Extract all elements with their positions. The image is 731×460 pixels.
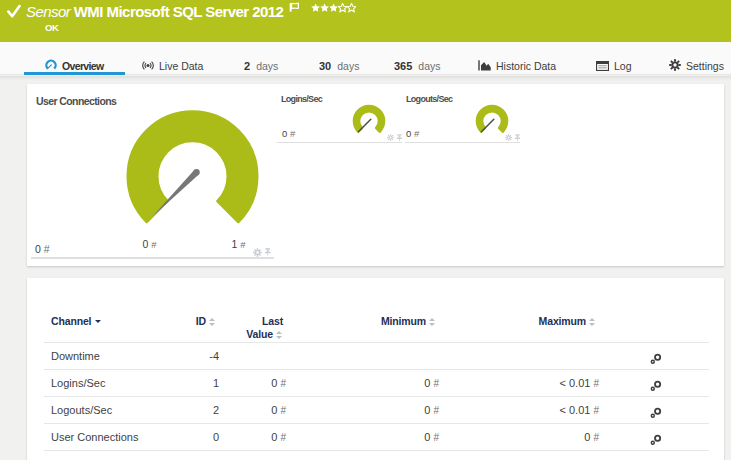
star-icon[interactable]: [320, 3, 329, 13]
priority-rating[interactable]: [311, 3, 357, 13]
star-icon[interactable]: [311, 3, 320, 13]
status-check-icon: [7, 4, 22, 19]
column-header-maximum[interactable]: Maximum: [439, 309, 599, 343]
cell-minimum: 0 #: [286, 370, 439, 397]
gauge-icon: [45, 59, 57, 71]
table-row[interactable]: Downtime -4: [44, 343, 709, 370]
column-header-last-value[interactable]: LastValue: [219, 309, 286, 343]
cell-unit: #: [433, 378, 439, 389]
tile2-gauge: [474, 104, 510, 138]
scale-min-unit: #: [151, 239, 156, 250]
historic-data-icon: [478, 60, 491, 71]
cell-settings[interactable]: [599, 370, 709, 397]
flag-icon[interactable]: [289, 2, 300, 14]
channel-settings-icon[interactable]: [647, 401, 665, 419]
value-unit: #: [44, 243, 50, 255]
cell-number: 0: [424, 404, 430, 416]
cell-id: -4: [174, 343, 219, 370]
tab-historic-data-label: Historic Data: [496, 60, 556, 72]
active-tab-indicator: [24, 72, 125, 75]
cell-unit: #: [593, 378, 599, 389]
cell-unit: #: [280, 405, 286, 416]
gauges-panel: User Connections 0 # 1 # 0 #: [27, 84, 724, 266]
live-data-icon: [142, 60, 154, 71]
cell-number: 0: [271, 404, 277, 416]
tile1-title: Logins/Sec: [281, 94, 322, 104]
cell-channel[interactable]: Downtime: [44, 343, 174, 370]
tab-365-days[interactable]: 365 days: [394, 42, 441, 75]
main-gauge-value: 0 #: [35, 243, 50, 255]
channel-settings-icon[interactable]: [647, 428, 665, 446]
cell-id: 0: [174, 424, 219, 451]
table-row[interactable]: Logouts/Sec 2 0 # 0 # < 0.01 #: [44, 397, 709, 424]
column-label: Channel: [51, 315, 91, 327]
cell-channel[interactable]: User Connections: [44, 424, 174, 451]
tab-settings[interactable]: Settings: [669, 42, 724, 75]
gauge-pin-icon[interactable]: [265, 248, 271, 257]
star-icon[interactable]: [347, 3, 356, 13]
title-line: SensorWMI Microsoft SQL Server 2012: [26, 3, 283, 23]
cell-settings[interactable]: [599, 424, 709, 451]
column-header-channel[interactable]: Channel: [44, 309, 174, 343]
tile1-settings-icon[interactable]: [387, 134, 394, 141]
cell-maximum: 0 #: [439, 424, 599, 451]
sort-icon: [209, 318, 216, 326]
cell-number: 0: [424, 377, 430, 389]
cell-maximum: < 0.01 #: [439, 370, 599, 397]
column-label: Maximum: [539, 315, 586, 327]
tab-overview[interactable]: Overview: [45, 42, 104, 75]
channel-settings-icon[interactable]: [647, 374, 665, 392]
sort-icon: [429, 318, 436, 326]
tab-live-data-label: Live Data: [159, 60, 203, 72]
column-label: ID: [196, 315, 206, 327]
tab-live-data[interactable]: Live Data: [142, 42, 203, 75]
page-title: WMI Microsoft SQL Server 2012: [74, 3, 284, 20]
cell-number: 0: [271, 431, 277, 443]
tile2-settings-icon[interactable]: [505, 134, 512, 141]
cell-last-value: 0 #: [219, 424, 286, 451]
sort-desc-icon: [95, 320, 101, 323]
tab-bar: Overview Live Data 2 days 30 days 365 da…: [0, 42, 731, 75]
table-row[interactable]: Logins/Sec 1 0 # 0 # < 0.01 #: [44, 370, 709, 397]
table-row[interactable]: User Connections 0 0 # 0 # 0 #: [44, 424, 709, 451]
tab-log[interactable]: Log: [596, 42, 632, 75]
status-badge: OK: [45, 22, 58, 33]
cell-id: 2: [174, 397, 219, 424]
channels-panel: Channel ID LastValue Minimum Maximum Dow…: [27, 278, 724, 460]
column-label: Value: [246, 328, 273, 340]
tab-historic-data[interactable]: Historic Data: [478, 42, 556, 75]
tab-settings-label: Settings: [686, 60, 724, 72]
cell-minimum: 0 #: [286, 424, 439, 451]
cell-number: < 0.01: [559, 404, 590, 416]
column-label: Minimum: [381, 315, 426, 327]
cell-number: < 0.01: [559, 377, 590, 389]
cell-minimum: 0 #: [286, 397, 439, 424]
channels-table: Channel ID LastValue Minimum Maximum Dow…: [44, 309, 709, 452]
tab-365-days-number: 365: [394, 60, 412, 72]
tile1-pin-icon[interactable]: [397, 134, 402, 142]
channel-settings-icon[interactable]: [647, 347, 665, 365]
main-gauge: [118, 107, 259, 238]
cell-settings[interactable]: [599, 397, 709, 424]
tab-30-days[interactable]: 30 days: [319, 42, 359, 75]
cell-channel[interactable]: Logins/Sec: [44, 370, 174, 397]
content-area: User Connections 0 # 1 # 0 #: [0, 76, 731, 460]
cell-id: 1: [174, 370, 219, 397]
column-header-settings: [599, 309, 709, 343]
tab-2-days[interactable]: 2 days: [244, 42, 278, 75]
cell-settings[interactable]: [599, 343, 709, 370]
tile2-pin-icon[interactable]: [515, 134, 520, 142]
cell-number: 0: [584, 431, 590, 443]
column-header-id[interactable]: ID: [174, 309, 219, 343]
column-header-minimum[interactable]: Minimum: [286, 309, 439, 343]
main-gauge-title: User Connections: [36, 95, 116, 107]
star-icon[interactable]: [338, 3, 347, 13]
tab-30-days-unit: days: [337, 60, 359, 72]
tile2-value: 0 #: [406, 128, 419, 139]
gauge-settings-icon[interactable]: [253, 248, 262, 257]
cell-last-value: 0 #: [219, 397, 286, 424]
tab-365-days-unit: days: [418, 60, 440, 72]
star-icon[interactable]: [329, 3, 338, 13]
tile1-underline: [277, 142, 402, 144]
cell-channel[interactable]: Logouts/Sec: [44, 397, 174, 424]
